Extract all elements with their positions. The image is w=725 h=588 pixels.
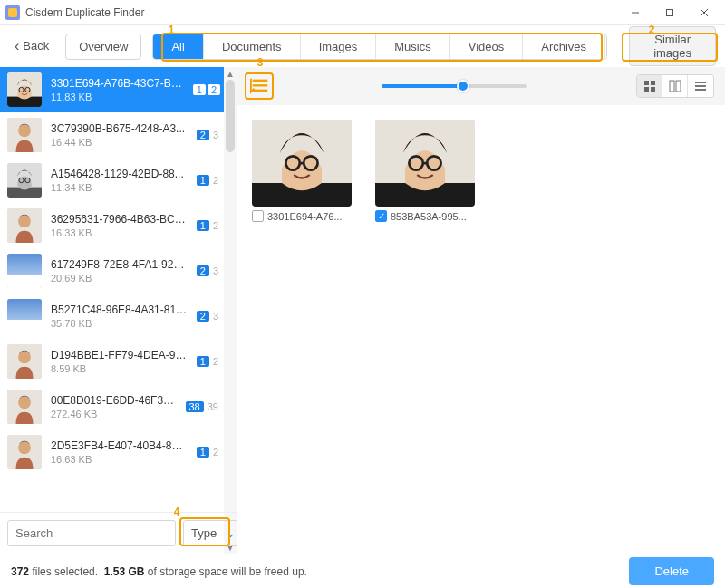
list-item[interactable]: 3C79390B-B675-4248-A3...16.44 KB23	[0, 112, 237, 158]
file-size: 8.59 KB	[51, 363, 188, 374]
duplicate-count: 12	[197, 356, 220, 367]
duplicate-count: 23	[197, 265, 220, 276]
duplicate-count: 23	[197, 311, 220, 322]
thumbnail	[7, 344, 42, 379]
duplicate-count: 23	[197, 130, 220, 140]
delete-button[interactable]: Delete	[629, 557, 714, 585]
svg-rect-17	[253, 84, 268, 86]
tab-documents[interactable]: Documents	[204, 34, 301, 59]
preview-image	[252, 120, 352, 207]
file-name: A1546428-1129-42BD-88...	[51, 168, 188, 180]
file-size: 11.83 KB	[51, 92, 184, 102]
thumbnail	[7, 163, 42, 198]
svg-rect-24	[676, 81, 681, 92]
thumbnail-size-slider[interactable]	[285, 84, 624, 88]
tab-musics[interactable]: Musics	[376, 34, 450, 59]
list-item[interactable]: 3301E694-A76B-43C7-B8...11.83 KB12	[0, 67, 237, 112]
file-name: D194BBE1-FF79-4DEA-95...	[51, 349, 188, 361]
list-item[interactable]: 617249F8-72E8-4FA1-921...20.69 KB23	[0, 248, 237, 294]
duplicate-count: 12	[197, 447, 220, 458]
search-input[interactable]	[7, 520, 176, 546]
preview-tile[interactable]: ✓853BA53A-995...	[375, 120, 475, 222]
list-item[interactable]: D194BBE1-FF79-4DEA-95...8.59 KB12	[0, 339, 237, 384]
duplicate-count: 12	[197, 175, 220, 186]
preview-image	[375, 120, 475, 207]
svg-rect-22	[651, 87, 655, 92]
duplicate-group-list[interactable]: 3301E694-A76B-43C7-B8...11.83 KB123C7939…	[0, 67, 237, 512]
thumbnail	[7, 299, 42, 333]
toolbar: Back Overview All Documents Images Music…	[0, 25, 725, 67]
svg-rect-13	[667, 9, 673, 15]
preview-caption: 853BA53A-995...	[391, 211, 467, 222]
list-item[interactable]: B5271C48-96E8-4A31-810...35.78 KB23	[0, 294, 237, 339]
svg-rect-23	[670, 81, 674, 92]
file-name: 3301E694-A76B-43C7-B8...	[51, 77, 184, 90]
tab-videos[interactable]: Videos	[450, 34, 524, 59]
chevron-down-icon: ⌄	[226, 526, 236, 540]
file-size: 16.44 KB	[51, 137, 188, 148]
file-name: 617249F8-72E8-4FA1-921...	[51, 258, 188, 271]
tab-images[interactable]: Images	[301, 34, 377, 59]
duplicate-count: 3839	[186, 401, 221, 412]
duplicate-count: 12	[193, 84, 220, 95]
filter-tabs: All Documents Images Musics Videos Archi…	[152, 34, 607, 60]
preview-pane: 3 3301E694-A76...✓853BA53A-995...	[237, 67, 725, 554]
file-size: 35.78 KB	[51, 318, 188, 329]
view-list-button[interactable]	[688, 75, 713, 97]
view-columns-button[interactable]	[662, 75, 688, 97]
file-size: 20.69 KB	[51, 273, 188, 284]
file-size: 11.34 KB	[51, 182, 188, 193]
list-item[interactable]: 2D5E3FB4-E407-40B4-815...16.63 KB12	[0, 429, 237, 475]
sidebar-scrollbar[interactable]: ▲ ▼	[224, 67, 237, 554]
file-name: 36295631-7966-4B63-BC9...	[51, 213, 188, 226]
type-dropdown-label: Type	[191, 526, 217, 540]
preview-tile[interactable]: 3301E694-A76...	[252, 120, 352, 222]
status-bar: 372 files selected. 1.53 GB of storage s…	[0, 554, 725, 588]
sort-button[interactable]	[248, 74, 272, 98]
maximize-button[interactable]	[652, 0, 687, 25]
file-name: 2D5E3FB4-E407-40B4-815...	[51, 439, 188, 452]
type-dropdown[interactable]: Type ⌄	[183, 520, 244, 546]
list-item[interactable]: 36295631-7966-4B63-BC9...16.33 KB12	[0, 203, 237, 248]
title-bar: Cisdem Duplicate Finder	[0, 0, 725, 25]
app-title: Cisdem Duplicate Finder	[25, 6, 144, 19]
checkbox[interactable]	[252, 210, 264, 222]
close-button[interactable]	[687, 0, 721, 25]
thumbnail	[7, 208, 42, 243]
thumbnail	[7, 72, 42, 107]
svg-rect-21	[644, 87, 649, 92]
sidebar: 3301E694-A76B-43C7-B8...11.83 KB123C7939…	[0, 67, 237, 554]
list-item[interactable]: 00E8D019-E6DD-46F3-9E...272.46 KB3839	[0, 384, 237, 429]
similar-images-button[interactable]: Similar images	[629, 26, 716, 66]
file-size: 16.33 KB	[51, 227, 188, 238]
minimize-button[interactable]	[618, 0, 652, 25]
file-name: B5271C48-96E8-4A31-810...	[51, 304, 188, 316]
thumbnail	[7, 254, 42, 288]
sidebar-footer: Type ⌄ 4	[0, 512, 237, 554]
svg-rect-19	[644, 81, 649, 85]
svg-rect-20	[651, 81, 655, 85]
duplicate-count: 12	[197, 220, 220, 231]
thumbnail	[7, 390, 42, 424]
svg-rect-16	[253, 80, 268, 82]
preview-toolbar: 3	[237, 67, 725, 105]
view-mode-group	[636, 74, 714, 98]
svg-rect-18	[253, 90, 268, 92]
tab-all[interactable]: All	[153, 34, 203, 59]
status-text: 372 files selected. 1.53 GB of storage s…	[11, 565, 307, 578]
overview-button[interactable]: Overview	[65, 34, 141, 60]
tab-archives[interactable]: Archives	[523, 34, 605, 59]
file-name: 00E8D019-E6DD-46F3-9E...	[51, 394, 177, 407]
tab-others[interactable]: Others	[605, 34, 607, 59]
preview-caption: 3301E694-A76...	[267, 211, 343, 222]
checkbox[interactable]: ✓	[375, 210, 387, 222]
content: 3301E694-A76B-43C7-B8...11.83 KB123C7939…	[0, 67, 725, 554]
preview-grid: 3301E694-A76...✓853BA53A-995...	[237, 105, 725, 554]
view-grid-button[interactable]	[637, 75, 662, 97]
file-size: 16.63 KB	[51, 454, 188, 465]
file-name: 3C79390B-B675-4248-A3...	[51, 122, 188, 135]
list-item[interactable]: A1546428-1129-42BD-88...11.34 KB12	[0, 158, 237, 203]
back-button[interactable]: Back	[9, 34, 54, 58]
app-icon	[5, 5, 20, 20]
thumbnail	[7, 118, 42, 152]
